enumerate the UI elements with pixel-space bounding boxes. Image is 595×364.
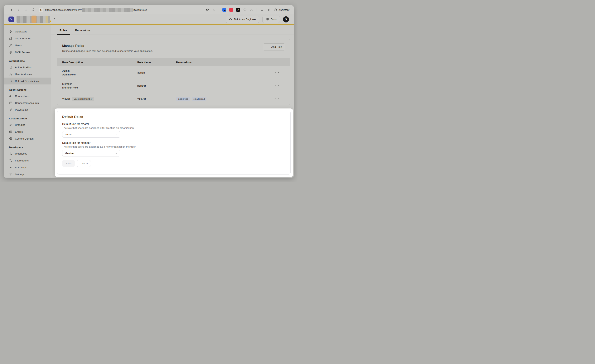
role-name-code: admin [137,71,176,74]
sidebar-item-authentication[interactable]: Authentication [4,64,51,71]
sidebar-item-mcp-servers[interactable]: MCP Servers [4,49,51,56]
table-row-viewer: Viewer Base role: Member viewer inbox:re… [57,92,290,105]
talk-to-engineer-button[interactable]: Talk to an Engineer [226,16,260,23]
creator-role-description: The role that users are assigned after c… [62,126,285,129]
mail-icon [9,130,13,133]
member-role-label: Default role for member [62,141,285,144]
book-icon [266,18,269,21]
tab-permissions[interactable]: Permissions [73,29,93,35]
role-name-code: viewer [137,97,176,100]
red-extension-icon[interactable] [229,8,233,12]
col-permissions: Permissions [176,61,290,64]
sidebar-item-settings[interactable]: Settings [4,171,51,178]
row-actions-button[interactable] [274,84,280,87]
chevron-updown-icon [114,133,118,136]
sidebar: Quickstart Organizations Users MCP Serve… [4,25,51,178]
col-role-name: Role Name [137,61,176,64]
sidebar-item-interceptors[interactable]: Interceptors [4,157,51,164]
sidebar-item-connections[interactable]: Connections [4,92,51,99]
permission-badge: emails:read [192,97,206,101]
role-subtitle: Admin Role [62,73,137,76]
sidebar-section-agent-actions: Agent Actions [4,84,51,92]
creator-role-value: Admin [65,133,114,136]
forward-button[interactable] [17,8,20,12]
member-role-select[interactable]: Member [62,150,120,156]
password-manager-extension-icon[interactable] [222,8,226,12]
bookmark-star-icon[interactable] [205,8,209,12]
url-suffix: ization/roles [134,8,147,11]
row-actions-button[interactable] [274,97,280,100]
cubes-icon [9,94,13,98]
desktop: { "browser": { "favicon_letter": "S", "u… [0,0,298,182]
save-button[interactable]: Save [62,160,75,167]
downloads-icon[interactable] [250,8,253,12]
browser-window: S https://app.scalekit.cloud/ws/envizati… [4,5,294,178]
row-actions-button[interactable] [274,71,280,74]
tab-roles[interactable]: Roles [57,29,70,35]
manage-roles-title: Manage Roles [62,44,285,48]
audio-waveform-icon[interactable] [267,8,270,12]
server-stack-icon [9,101,13,105]
table-row-admin: Admin Admin Role admin - [57,66,290,79]
role-title: Admin [62,69,137,72]
sidebar-item-auth-logs[interactable]: Auth Logs [4,164,51,171]
url-redacted-blur [82,8,133,12]
sidebar-item-connected-accounts[interactable]: Connected Accounts [4,99,51,106]
workspace-name-redacted [16,16,50,23]
sidebar-item-custom-domain[interactable]: Custom Domain [4,135,51,142]
role-name-code: member [137,84,176,87]
lock-icon [9,65,13,69]
sidebar-item-webhooks[interactable]: Webhooks [4,150,51,157]
bolt-icon [9,30,13,33]
add-role-button[interactable]: Add Role [263,43,285,50]
role-title: Viewer [62,97,70,100]
org-avatar-redacted [31,15,36,23]
sliders-icon [9,173,13,176]
extensions-puzzle-icon[interactable] [243,8,247,12]
base-role-badge: Base role: Member [72,97,94,101]
creator-role-select[interactable]: Admin [62,131,120,138]
creator-role-label: Default role for creator [62,122,285,126]
reload-button[interactable] [24,8,28,12]
back-button[interactable] [10,8,13,12]
copy-link-icon[interactable] [212,8,216,12]
sidebar-section-developers: Developers [4,142,51,150]
member-role-value: Member [65,152,114,155]
default-roles-card: Default Roles Default role for creator T… [57,111,290,175]
tab-bar: Roles Permissions [51,25,294,35]
sidebar-item-user-attributes[interactable]: User Attributes [4,71,51,77]
plus-icon [266,45,270,49]
sidebar-item-branding[interactable]: Branding [4,121,51,128]
col-role-description: Role Description [62,61,137,64]
docs-button[interactable]: Docs [262,16,280,23]
assistant-spiral-icon [274,8,277,12]
sidebar-item-playground[interactable]: Playground [4,106,51,113]
reader-list-icon[interactable] [260,8,263,12]
sidebar-item-users[interactable]: Users [4,42,51,49]
workspace-switcher-chevrons[interactable] [53,18,56,21]
sidebar-item-quickstart[interactable]: Quickstart [4,28,51,35]
sidebar-item-organizations[interactable]: Organizations [4,35,51,42]
sidebar-section-customization: Customization [4,113,51,121]
users-icon [9,44,13,47]
browser-toolbar: S https://app.scalekit.cloud/ws/envizati… [4,5,294,14]
role-title: Member [62,82,137,85]
user-avatar[interactable]: S [283,16,289,22]
microphone-icon[interactable] [31,8,35,12]
assistant-button[interactable]: Assistant [274,8,290,12]
sidebar-item-emails[interactable]: Emails [4,128,51,135]
cancel-button[interactable]: Cancel [77,160,91,167]
table-header-row: Role Description Role Name Permissions [57,58,290,66]
bar-chart-icon [9,166,13,169]
globe-icon [9,137,13,140]
shield-check-icon [9,79,13,83]
warning-triangle-icon [50,20,51,22]
default-roles-title: Default Roles [62,115,285,119]
sidebar-item-roles-permissions[interactable]: Roles & Permissions [4,77,51,84]
role-permissions: - [176,71,290,74]
hash-extension-icon[interactable]: # [236,8,240,12]
sidebar-section-authenticate: Authenticate [4,56,51,64]
app-header: S Talk to an Engineer Docs S [4,14,294,25]
manage-roles-description: Define and manage roles that can be assi… [62,49,285,52]
address-bar[interactable]: S https://app.scalekit.cloud/ws/envizati… [39,8,147,12]
